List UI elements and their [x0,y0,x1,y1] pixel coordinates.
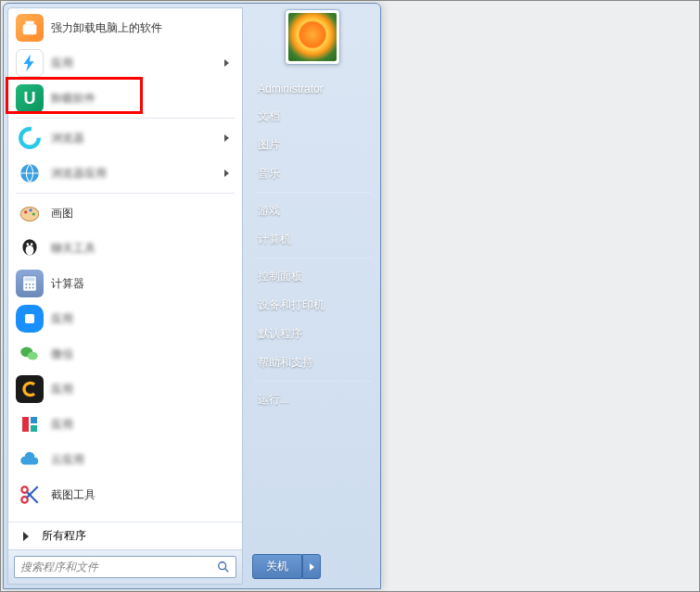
svg-point-15 [29,283,31,285]
start-menu-left-panel: 强力卸载电脑上的软件应用U卸载软件浏览器浏览器应用画图聊天工具计算器应用微信应用… [7,7,243,585]
program-item[interactable]: 应用 [10,372,240,407]
right-item-user[interactable]: Administrator [252,76,373,102]
svg-point-5 [24,210,27,213]
blue-bolt-icon [16,49,44,77]
separator [254,381,371,382]
search-input[interactable]: 搜索程序和文件 [14,556,236,578]
shutdown-split-button: 关机 [252,554,321,579]
program-item[interactable]: 应用 [10,407,240,442]
svg-rect-1 [25,21,33,25]
flyout-arrow-icon [224,59,229,67]
svg-point-10 [27,243,30,246]
black-c-icon [16,375,44,403]
svg-rect-20 [25,314,34,323]
right-panel-link[interactable]: 音乐 [252,159,373,188]
svg-point-16 [32,283,34,285]
right-panel-link[interactable]: 默认程序 [252,320,373,348]
program-item[interactable]: 聊天工具 [10,231,240,266]
right-panel-link[interactable]: 计算机 [252,225,373,254]
program-label: 强力卸载电脑上的软件 [51,20,235,36]
program-item[interactable]: 应用 [10,301,240,336]
svg-point-19 [32,287,34,289]
program-label: 卸载软件 [51,91,235,107]
screenshot-frame: 强力卸载电脑上的软件应用U卸载软件浏览器浏览器应用画图聊天工具计算器应用微信应用… [0,0,700,592]
start-menu: 强力卸载电脑上的软件应用U卸载软件浏览器浏览器应用画图聊天工具计算器应用微信应用… [3,3,381,589]
snip-icon [16,481,44,509]
svg-point-9 [26,246,34,256]
wechat-icon [16,340,44,368]
start-menu-right-panel: Administrator 文档图片音乐 游戏计算机 控制面板设备和打印机默认程… [243,4,380,588]
pinned-programs-list: 强力卸载电脑上的软件应用U卸载软件浏览器浏览器应用画图聊天工具计算器应用微信应用… [8,8,242,522]
program-item[interactable]: 浏览器应用 [10,156,240,191]
blue-sq-icon [16,305,44,333]
program-label: 截图工具 [51,487,235,503]
svg-rect-24 [31,417,37,423]
shutdown-button[interactable]: 关机 [252,554,302,579]
svg-line-31 [225,569,229,573]
program-label: 聊天工具 [51,241,235,257]
cloud-icon [16,446,44,473]
user-picture-flower-icon [288,13,337,61]
shutdown-options-arrow[interactable] [302,554,321,579]
flyout-arrow-icon [224,134,229,142]
separator [254,192,371,193]
program-label: 浏览器应用 [51,166,224,182]
all-programs-label: 所有程序 [42,528,86,544]
green-u-icon: U [16,84,44,112]
program-item[interactable]: 截图工具 [10,477,240,512]
arrow-right-icon [23,532,29,541]
orange-icon [16,14,44,42]
program-item[interactable]: U卸载软件 [10,81,240,116]
program-item[interactable]: 浏览器 [10,120,240,156]
right-panel-link[interactable]: 控制面板 [252,262,373,291]
globe-icon [16,159,44,187]
svg-rect-23 [22,417,29,432]
separator [254,258,371,258]
svg-rect-25 [31,425,37,432]
svg-point-7 [32,212,35,215]
red-l-icon [16,410,44,438]
svg-point-18 [29,287,31,289]
svg-point-2 [20,129,39,147]
program-item[interactable]: 应用 [10,45,240,81]
program-label: 浏览器 [51,131,224,146]
right-panel-link[interactable]: 设备和打印机 [252,291,373,320]
svg-point-6 [29,208,32,211]
program-item[interactable]: 微信 [10,336,240,372]
program-item[interactable]: 云应用 [10,442,240,477]
paint-icon [16,199,44,227]
svg-rect-0 [23,24,37,34]
program-label: 应用 [51,382,235,397]
svg-point-22 [28,352,38,360]
search-icon[interactable] [215,559,232,575]
right-panel-link[interactable]: 图片 [252,131,373,159]
program-label: 画图 [51,206,235,221]
right-panel-link[interactable]: 游戏 [252,196,373,225]
right-panel-link[interactable]: 帮助和支持 [252,348,373,377]
separator [16,118,235,119]
right-panel-link[interactable]: 文档 [252,102,373,131]
cyan-c-icon [16,124,44,152]
svg-point-11 [31,243,33,246]
all-programs-button[interactable]: 所有程序 [8,522,242,549]
program-label: 微信 [51,346,235,362]
program-label: 应用 [51,311,235,327]
svg-point-30 [219,562,226,570]
calc-icon [16,270,44,297]
svg-point-17 [25,287,27,289]
svg-rect-13 [25,278,35,282]
program-item[interactable]: 计算器 [10,266,240,301]
svg-point-14 [25,283,27,285]
program-label: 计算器 [51,276,235,292]
right-panel-link[interactable]: 运行... [252,385,373,414]
program-label: 云应用 [51,452,235,468]
separator [16,193,235,194]
program-label: 应用 [51,417,235,433]
program-item[interactable]: 画图 [10,195,240,231]
qq-icon [16,234,44,262]
program-item[interactable]: 强力卸载电脑上的软件 [10,10,240,45]
program-label: 应用 [51,56,224,71]
user-picture-frame[interactable] [285,9,340,65]
flyout-arrow-icon [224,170,229,177]
search-row: 搜索程序和文件 [8,549,242,584]
